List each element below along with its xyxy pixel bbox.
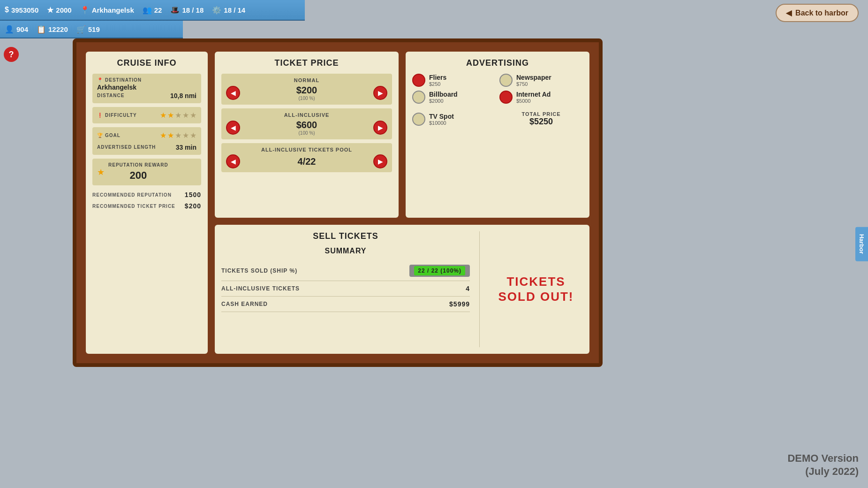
- gear-icon: ⚙️: [212, 6, 221, 15]
- normal-ticket-row: NORMAL ◀ $200 (100 %) ▶: [221, 74, 392, 105]
- advertising-total: TOTAL PRICE $5250: [499, 107, 583, 130]
- all-inclusive-summary-row: ALL-INCLUSIVE TICKETS 4: [221, 281, 470, 297]
- rep-star-icon: ★: [97, 167, 105, 177]
- fliers-price: $250: [429, 81, 446, 87]
- goal-stars: ★ ★ ★ ★ ★: [160, 131, 196, 140]
- all-inclusive-summary-label: ALL-INCLUSIVE TICKETS: [221, 285, 300, 292]
- difficulty-row: ❗ DIFFICULTY ★ ★ ★ ★ ★: [92, 107, 201, 123]
- all-inclusive-ticket-row: ALL-INCLUSIVE ◀ $600 (100 %) ▶: [221, 108, 392, 139]
- stars-stat: ★ 2000: [47, 6, 71, 15]
- capacity-icon: 🎩: [170, 6, 180, 15]
- newspaper-toggle[interactable]: [499, 74, 513, 87]
- advertising-title: ADVERTISING: [412, 58, 583, 68]
- sold-out-text: TICKETS SOLD OUT!: [498, 274, 574, 304]
- tv-spot-toggle[interactable]: [412, 113, 425, 126]
- summary-title: SUMMARY: [221, 247, 470, 255]
- recommended-price-value: $200: [185, 202, 201, 210]
- capacity-stat: 🎩 18 / 18: [170, 6, 204, 15]
- normal-price-decrease-button[interactable]: ◀: [226, 86, 240, 100]
- stat1: 👤 904: [5, 25, 28, 34]
- back-to-harbor-button[interactable]: ◀ Back to harbor: [776, 4, 859, 22]
- internet-ad-price: $5000: [516, 98, 551, 104]
- second-bar: 👤 904 📋 12220 🛒 519: [0, 21, 183, 38]
- star-icon: ★: [47, 6, 53, 15]
- newspaper-name: Newspaper: [516, 74, 551, 81]
- advertising-card: ADVERTISING Fliers $250 Newspaper $750: [406, 52, 589, 218]
- tv-spot-price: $10000: [429, 120, 454, 126]
- tickets-sold-value: 22 / 22 (100%): [414, 266, 465, 275]
- normal-price-increase-button[interactable]: ▶: [373, 86, 387, 100]
- ad-item-billboard: Billboard $2000: [412, 91, 496, 104]
- stat2: 📋 12220: [37, 25, 68, 34]
- sell-tickets-title: SELL TICKETS: [221, 231, 470, 241]
- destination-icon: 📍: [97, 77, 103, 83]
- fliers-toggle[interactable]: [412, 74, 425, 87]
- tv-spot-name: TV Spot: [429, 113, 454, 120]
- all-inclusive-price-decrease-button[interactable]: ◀: [226, 121, 240, 135]
- billboard-toggle[interactable]: [412, 91, 425, 104]
- goal-icon: 🏆: [97, 133, 103, 138]
- internet-ad-toggle[interactable]: [499, 91, 513, 104]
- difficulty-label: ❗ DIFFICULTY: [97, 113, 137, 118]
- newspaper-price: $750: [516, 81, 551, 87]
- ad-item-newspaper: Newspaper $750: [499, 74, 583, 87]
- settings-stat: ⚙️ 18 / 14: [212, 6, 245, 15]
- ticket-price-card: TICKET PRICE NORMAL ◀ $200 (100 %) ▶ ALL…: [215, 52, 399, 218]
- recommended-price-row: RECOMMENDED TICKET PRICE $200: [92, 200, 201, 212]
- crew-icon: 👥: [143, 6, 152, 15]
- harbor-tab[interactable]: Harbor: [855, 227, 868, 261]
- normal-price-pct: (100 %): [296, 96, 317, 101]
- money-icon: $: [5, 6, 9, 14]
- pool-label: ALL-INCLUSIVE TICKETS POOL: [226, 147, 387, 152]
- ad-item-tv: TV Spot $10000: [412, 107, 496, 130]
- advertised-length-value: 33 min: [176, 144, 196, 151]
- recommended-rep-row: RECOMMENDED REPUTATION 1500: [92, 189, 201, 200]
- all-inclusive-price-pct: (100 %): [296, 130, 317, 136]
- pool-value: 4/22: [298, 156, 316, 167]
- sell-tickets-card: SELL TICKETS SUMMARY TICKETS SOLD (SHIP …: [215, 225, 589, 354]
- total-label: TOTAL PRICE: [503, 111, 579, 117]
- internet-ad-name: Internet Ad: [516, 91, 551, 98]
- back-arrow-icon: ◀: [786, 8, 792, 17]
- tickets-sold-row: TICKETS SOLD (SHIP %) 22 / 22 (100%): [221, 261, 470, 281]
- location-stat: 📍 Arkhangelsk: [80, 6, 134, 15]
- pool-increase-button[interactable]: ▶: [373, 154, 387, 168]
- goal-row: 🏆 GOAL ★ ★ ★ ★ ★ ADVERTISED LENGTH 33 mi…: [92, 127, 201, 155]
- exclamation-icon: ❗: [97, 113, 103, 118]
- all-inclusive-price-value: $600: [296, 120, 317, 130]
- cash-earned-value: $5999: [449, 300, 470, 308]
- billboard-price: $2000: [429, 98, 458, 104]
- all-inclusive-summary-value: 4: [466, 285, 470, 292]
- advertising-grid: Fliers $250 Newspaper $750 Billboard $20…: [412, 74, 583, 130]
- distance-label: DISTANCE: [97, 93, 124, 98]
- cash-earned-row: CASH EARNED $5999: [221, 297, 470, 312]
- ad-item-internet: Internet Ad $5000: [499, 91, 583, 104]
- billboard-name: Billboard: [429, 91, 458, 98]
- destination-value: Arkhangelsk: [97, 84, 196, 91]
- reputation-row: ★ REPUTATION REWARD 200: [92, 159, 201, 185]
- fliers-name: Fliers: [429, 74, 446, 81]
- location-icon: 📍: [80, 6, 90, 15]
- recommended-rep-value: 1500: [185, 191, 201, 198]
- main-board: CRUISE INFO 📍 DESTINATION Arkhangelsk DI…: [73, 38, 603, 367]
- crew-stat: 👥 22: [143, 6, 162, 15]
- summary-section: SELL TICKETS SUMMARY TICKETS SOLD (SHIP …: [221, 231, 470, 347]
- help-button[interactable]: ?: [4, 47, 19, 62]
- all-inclusive-price-increase-button[interactable]: ▶: [373, 121, 387, 135]
- difficulty-stars: ★ ★ ★ ★ ★: [160, 111, 196, 120]
- all-inclusive-label: ALL-INCLUSIVE: [226, 112, 387, 118]
- vertical-divider: [479, 231, 480, 347]
- destination-label: 📍 DESTINATION: [97, 77, 196, 83]
- basket-icon: 🛒: [76, 25, 86, 34]
- rep-value: 200: [108, 169, 168, 182]
- ad-item-fliers: Fliers $250: [412, 74, 496, 87]
- goal-label: 🏆 GOAL: [97, 133, 121, 138]
- cruise-info-card: CRUISE INFO 📍 DESTINATION Arkhangelsk DI…: [86, 52, 208, 354]
- stat3: 🛒 519: [76, 25, 100, 34]
- person-icon: 👤: [5, 25, 14, 34]
- tickets-sold-bar: 22 / 22 (100%): [409, 265, 470, 277]
- ticket-price-title: TICKET PRICE: [221, 58, 392, 68]
- pool-decrease-button[interactable]: ◀: [226, 154, 240, 168]
- cruise-info-title: CRUISE INFO: [92, 58, 201, 68]
- tickets-sold-label: TICKETS SOLD (SHIP %): [221, 267, 297, 274]
